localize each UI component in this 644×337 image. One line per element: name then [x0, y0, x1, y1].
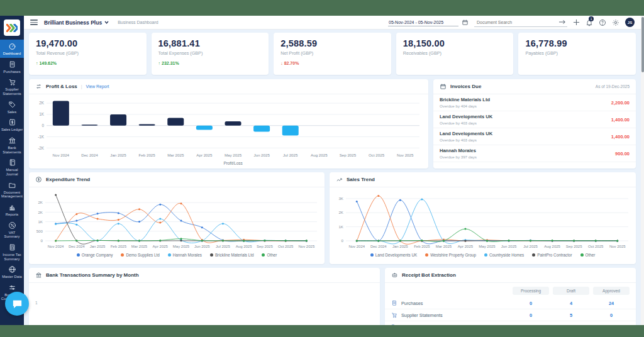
- svg-text:Nov 2024: Nov 2024: [348, 245, 365, 248]
- panel-title: Bank Transactions Summary by Month: [46, 272, 139, 278]
- receipt-bot-columns: ProcessingDraftApproved: [385, 283, 636, 297]
- svg-text:Jul 2025: Jul 2025: [523, 245, 538, 248]
- sidebar-item-income-tax-summary[interactable]: Income Tax Summary: [0, 241, 24, 263]
- legend-item-westshire-property-group[interactable]: Westshire Property Group: [425, 253, 476, 257]
- sales-trend-panel: Sales Trend 01K2K3KNov 2024Dec 2024Jan 2…: [330, 172, 636, 264]
- legend-label: Westshire Property Group: [430, 253, 476, 257]
- legend-item-paintpro-contractor[interactable]: PaintPro Contractor: [532, 253, 572, 257]
- chat-launcher-button[interactable]: [5, 292, 29, 316]
- quick-create-button[interactable]: [573, 19, 580, 26]
- scrollbar-thumb[interactable]: [641, 17, 644, 72]
- receipt-bot-rows: Purchases 0424 Supplier Statements 050 S…: [385, 297, 636, 325]
- sidebar-item-document-management[interactable]: Document Management: [0, 179, 24, 201]
- svg-text:Aug 2025: Aug 2025: [311, 153, 328, 157]
- sidebar-item-sales-ledger[interactable]: Sales Ledger: [0, 116, 24, 134]
- sidebar-item-label: Purchases: [3, 70, 20, 74]
- receipt-count-link[interactable]: 4: [553, 301, 589, 306]
- svg-text:Mar 2025: Mar 2025: [131, 245, 148, 248]
- menu-toggle-icon[interactable]: [30, 18, 38, 26]
- legend-item-other[interactable]: Other: [262, 253, 277, 257]
- kpi-delta: ↑ 149.62%: [36, 61, 140, 65]
- document-icon: [8, 60, 16, 69]
- svg-text:2K: 2K: [338, 210, 343, 214]
- receipt-bot-panel: Receipt Bot Extraction ProcessingDraftAp…: [385, 268, 636, 325]
- notifications-button[interactable]: 1: [586, 19, 593, 26]
- legend-swatch: [425, 253, 428, 257]
- document-search-input[interactable]: [475, 19, 559, 25]
- kpi-label: Receivables (GBP): [403, 50, 507, 56]
- kpi-label: Total Expenses (GBP): [158, 50, 262, 56]
- svg-text:Apr 2025: Apr 2025: [196, 153, 213, 157]
- sidebar-item-label: Sales: [8, 110, 17, 114]
- receipt-count-link[interactable]: 0: [593, 312, 630, 318]
- topbar: Brilliant Business Plus Business Dashboa…: [24, 16, 641, 30]
- svg-text:Oct 2025: Oct 2025: [588, 245, 604, 248]
- receipt-count-link[interactable]: 0: [513, 312, 549, 318]
- app-logo[interactable]: [0, 16, 24, 40]
- expenditure-trend-panel: Expenditure Trend 05001K2K2KNov 2024Dec …: [29, 172, 325, 264]
- invoice-row[interactable]: Land Developments UK Overdue by 403 days…: [433, 128, 636, 145]
- scrollbar[interactable]: [641, 16, 644, 325]
- legend-item-brickline-materials-ltd[interactable]: Brickline Materials Ltd: [210, 253, 254, 257]
- settings-button[interactable]: [612, 19, 619, 26]
- receipt-count-link[interactable]: 24: [593, 301, 630, 306]
- sidebar-item-dashboard[interactable]: Dashboard: [0, 40, 24, 58]
- legend-item-other[interactable]: Other: [580, 253, 596, 257]
- legend-item-land-developments-uk[interactable]: Land Developments UK: [370, 253, 418, 257]
- invoice-row[interactable]: Hannah Morales Overdue by 397 days 900.0…: [433, 145, 636, 162]
- organization-name: Brilliant Business Plus: [44, 19, 102, 26]
- legend-item-demo-supplies-ltd[interactable]: Demo Supplies Ltd: [121, 253, 159, 257]
- expenditure-trend-chart: 05001K2K2KNov 2024Dec 2024Jan 2025Feb 20…: [29, 187, 325, 250]
- app-window: Dashboard Purchases Supplier Statements …: [0, 16, 641, 325]
- ledger-icon: [8, 118, 16, 126]
- legend-item-hannah-morales[interactable]: Hannah Morales: [168, 253, 202, 257]
- help-button[interactable]: [599, 19, 606, 26]
- svg-text:1K: 1K: [39, 112, 45, 116]
- folder-icon: [8, 181, 16, 189]
- svg-text:-1K: -1K: [38, 135, 45, 139]
- receipt-count-link[interactable]: 0: [513, 301, 549, 306]
- panel-title: Profit & Loss: [46, 84, 77, 89]
- gear-icon: [612, 19, 619, 26]
- receipt-count-link[interactable]: 5: [553, 312, 589, 318]
- svg-text:Profit/Loss: Profit/Loss: [223, 161, 242, 165]
- calendar-icon[interactable]: [462, 19, 469, 26]
- kpi-value: 16,881.41: [158, 38, 262, 48]
- sidebar-item-label: Master Data: [2, 275, 22, 279]
- svg-text:Jul 2025: Jul 2025: [216, 245, 230, 248]
- invoice-row[interactable]: Land Developments UK Overdue by 403 days…: [433, 111, 636, 128]
- kpi-value: 19,470.00: [36, 38, 140, 48]
- sidebar-item-purchases[interactable]: Purchases: [0, 58, 24, 76]
- svg-text:Oct 2025: Oct 2025: [278, 245, 294, 248]
- svg-text:0: 0: [341, 238, 344, 243]
- organization-switcher[interactable]: Brilliant Business Plus: [44, 19, 109, 26]
- sidebar-item-bank-statements[interactable]: Bank Statements: [0, 134, 24, 156]
- receipt-bot-header: Receipt Bot Extraction: [385, 268, 636, 283]
- tag-icon: [8, 101, 16, 109]
- gauge-icon: [8, 42, 16, 50]
- invoice-row[interactable]: Brickline Materials Ltd Overdue by 404 d…: [433, 94, 636, 111]
- invoice-overdue: Overdue by 397 days: [440, 155, 477, 159]
- svg-text:Dec 2024: Dec 2024: [81, 153, 98, 157]
- cart-icon: [8, 78, 16, 86]
- legend-swatch: [210, 253, 213, 257]
- search-go-arrow-icon[interactable]: [559, 19, 566, 25]
- sidebar-item-sales[interactable]: Sales: [0, 98, 24, 116]
- sidebar-item-supplier-statements[interactable]: Supplier Statements: [0, 75, 24, 97]
- sidebar-item-master-data[interactable]: Master Data: [0, 263, 24, 281]
- legend-item-countryside-homes[interactable]: Countryside Homes: [484, 253, 524, 257]
- date-range-input[interactable]: [388, 19, 458, 26]
- legend-item-orange-company[interactable]: Orange Company: [77, 253, 113, 257]
- sidebar-item-vat-summary[interactable]: VAT Summary: [0, 219, 24, 241]
- sidebar-item-manual-journal[interactable]: Manual Journal: [0, 156, 24, 178]
- document-icon: [8, 60, 16, 69]
- breadcrumb: Business Dashboard: [118, 20, 158, 25]
- user-avatar[interactable]: JS: [625, 18, 635, 27]
- expenditure-trend-header: Expenditure Trend: [29, 172, 325, 187]
- kpi-row: 19,470.00 Total Revenue (GBP)↑ 149.62%16…: [29, 33, 636, 75]
- svg-text:Jun 2025: Jun 2025: [501, 245, 517, 248]
- legend-swatch: [121, 253, 124, 257]
- sidebar-item-reports[interactable]: Reports: [0, 201, 24, 219]
- sidebar-item-label: Income Tax Summary: [1, 253, 23, 261]
- view-report-link[interactable]: View Report: [86, 84, 109, 89]
